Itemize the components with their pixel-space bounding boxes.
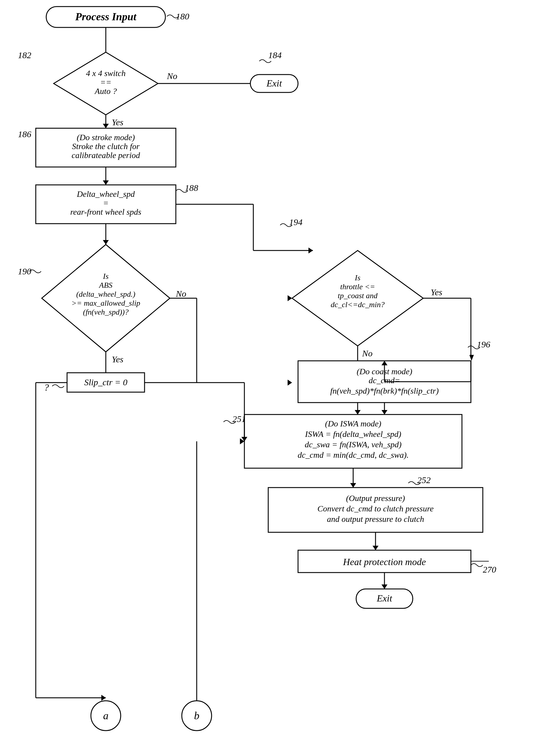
yes-label-abs: Yes xyxy=(112,354,124,364)
question-mark: ? xyxy=(44,382,49,393)
label-188: 188 xyxy=(185,183,198,192)
abs-text1: Is xyxy=(103,272,109,281)
label-182: 182 xyxy=(18,50,31,60)
label-180: 180 xyxy=(176,11,189,21)
label-184: 184 xyxy=(268,50,282,60)
abs-text4: >= max_allowed_slip xyxy=(72,299,140,307)
decision-4x4-text1: 4 x 4 switch xyxy=(86,69,126,78)
exit-bottom-label: Exit xyxy=(376,593,393,603)
decision-4x4-text3: Auto ? xyxy=(94,86,117,96)
iswa-text3: dc_swa = fn(ISWA, veh_spd) xyxy=(305,440,402,449)
throttle-text3: tp_coast and xyxy=(338,291,378,300)
label-196: 196 xyxy=(477,339,490,349)
throttle-text4: dc_cl<=dc_min? xyxy=(331,300,385,309)
process-input-label: Process Input xyxy=(75,11,136,23)
heat-protection-text: Heat protection mode xyxy=(343,557,426,567)
stroke-mode-text1: (Do stroke mode) xyxy=(77,133,135,142)
output-text3: and output pressure to clutch xyxy=(327,514,424,524)
exit-top-label: Exit xyxy=(266,78,282,88)
iswa-text1: (Do ISWA mode) xyxy=(325,419,381,428)
stroke-mode-text3: calibrateable period xyxy=(72,151,140,160)
label-194: 194 xyxy=(289,217,302,227)
coast-mode-text3: fn(veh_spd)*fn(brk)*fn(slip_ctr) xyxy=(330,386,439,395)
abs-text5: (fn(veh_spd))? xyxy=(83,308,129,316)
delta-wheel-text3: rear-front wheel spds xyxy=(70,207,141,216)
stroke-mode-text2: Stroke the clutch for xyxy=(72,141,140,151)
abs-text2: ABS xyxy=(99,281,113,289)
label-252: 252 xyxy=(417,475,431,485)
no-label-4x4: No xyxy=(167,71,177,81)
label-251: 251 xyxy=(233,414,246,424)
iswa-text2: ISWA = fn(delta_wheel_spd) xyxy=(305,430,401,439)
slip-ctr-text: Slip_ctr = 0 xyxy=(84,377,127,387)
delta-wheel-text2: = xyxy=(103,198,109,208)
no-label-throttle: No xyxy=(362,348,373,358)
flowchart-diagram: Process Input 180 182 4 x 4 switch == Au… xyxy=(0,0,560,747)
yes-label-4x4: Yes xyxy=(112,117,124,127)
connector-b-label: b xyxy=(194,710,199,722)
throttle-text2: throttle <= xyxy=(340,282,375,291)
output-text1: (Output pressure) xyxy=(346,493,405,503)
abs-text3: (delta_wheel_spd.) xyxy=(76,290,136,299)
yes-label-throttle: Yes xyxy=(431,287,442,297)
delta-wheel-text1: Delta_wheel_spd xyxy=(77,189,135,199)
no-label-abs: No xyxy=(176,289,186,299)
label-186: 186 xyxy=(18,129,31,139)
label-270: 270 xyxy=(483,565,496,574)
decision-4x4-text2: == xyxy=(100,78,111,87)
throttle-text1: Is xyxy=(355,274,361,282)
iswa-text4: dc_cmd = min(dc_cmd, dc_swa). xyxy=(298,450,409,460)
output-text2: Convert dc_cmd to clutch pressure xyxy=(317,504,434,513)
connector-a-label: a xyxy=(103,710,108,722)
